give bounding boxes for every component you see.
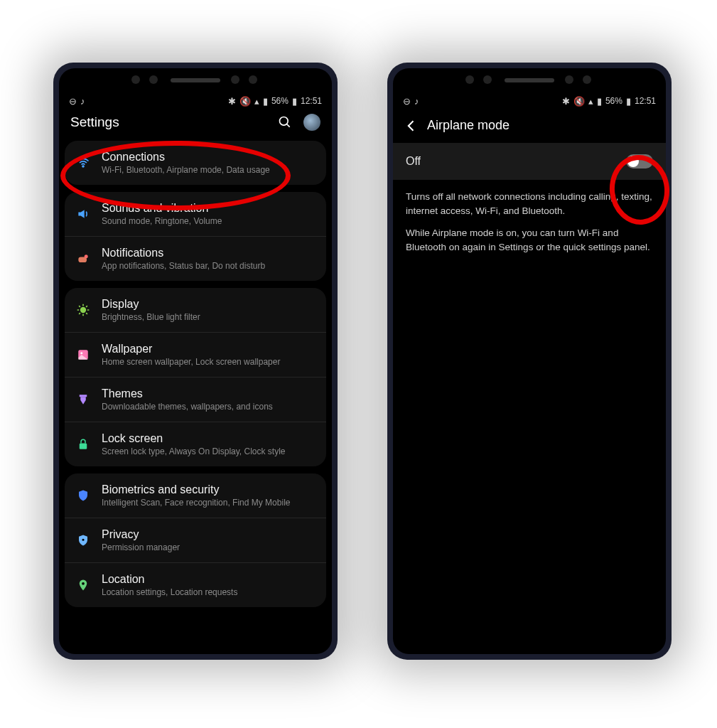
settings-item-label: Notifications [102, 247, 316, 259]
svg-rect-16 [80, 444, 87, 449]
clock-text: 12:51 [635, 96, 656, 106]
settings-header: Settings [59, 108, 332, 141]
settings-item-sub: App notifications, Status bar, Do not di… [102, 261, 316, 271]
clock-text: 12:51 [301, 96, 322, 106]
sensor [465, 75, 474, 84]
settings-item-label: Connections [102, 151, 316, 164]
toggle-state-label: Off [406, 155, 421, 168]
dnd-icon: ⊖ [69, 97, 77, 106]
wifi-icon: ▴ [588, 97, 593, 106]
settings-item-notifications[interactable]: NotificationsApp notifications, Status b… [65, 236, 326, 281]
sensor [149, 75, 158, 84]
notif-icon [75, 252, 92, 266]
wifi-icon: ▴ [254, 97, 259, 106]
mute-icon: 🔇 [573, 97, 585, 106]
settings-item-sub: Intelligent Scan, Face recognition, Find… [102, 498, 316, 508]
sound-icon [75, 207, 92, 221]
lock-icon [75, 438, 92, 451]
svg-point-5 [81, 308, 86, 313]
speaker-grill [171, 78, 220, 82]
search-icon[interactable] [278, 115, 292, 129]
settings-item-connections[interactable]: ConnectionsWi-Fi, Bluetooth, Airplane mo… [65, 141, 326, 185]
settings-item-themes[interactable]: ThemesDownloadable themes, wallpapers, a… [65, 377, 326, 422]
airplane-description-2: While Airplane mode is on, you can turn … [393, 226, 666, 262]
battery-text: 56% [605, 96, 622, 106]
settings-item-sub: Location settings, Location requests [102, 587, 316, 597]
settings-item-sub: Screen lock type, Always On Display, Clo… [102, 446, 316, 456]
sensor [483, 75, 492, 84]
page-title: Airplane mode [427, 118, 510, 133]
settings-item-sub: Downloadable themes, wallpapers, and ico… [102, 402, 316, 412]
pin-icon [75, 579, 92, 592]
dnd-icon: ⊖ [403, 97, 411, 106]
settings-item-sub: Wi-Fi, Bluetooth, Airplane mode, Data us… [102, 165, 316, 175]
settings-item-sub: Permission manager [102, 542, 316, 552]
settings-item-lock-screen[interactable]: Lock screenScreen lock type, Always On D… [65, 422, 326, 466]
svg-line-10 [79, 306, 80, 307]
sensor [249, 75, 257, 84]
airplane-toggle-row[interactable]: Off [393, 143, 666, 180]
sensor [583, 75, 591, 84]
settings-item-display[interactable]: DisplayBrightness, Blue light filter [65, 288, 326, 332]
mute-icon: 🔇 [239, 97, 251, 106]
phone-right: ⊖ ♪ ✱ 🔇 ▴ ▮ 56% ▮ 12:51 Airplane mode [387, 63, 672, 660]
airplane-toggle[interactable] [626, 154, 653, 168]
settings-item-sub: Sound mode, Ringtone, Volume [102, 216, 316, 226]
sensor [231, 75, 239, 84]
shield2-icon [75, 534, 92, 547]
settings-item-wallpaper[interactable]: WallpaperHome screen wallpaper, Lock scr… [65, 332, 326, 377]
display-icon [75, 303, 92, 317]
svg-point-15 [80, 352, 82, 354]
battery-icon: ▮ [626, 97, 631, 106]
status-bar: ⊖ ♪ ✱ 🔇 ▴ ▮ 56% ▮ 12:51 [393, 68, 666, 108]
toggle-knob [627, 156, 639, 167]
settings-item-sounds-and-vibration[interactable]: Sounds and vibrationSound mode, Ringtone… [65, 192, 326, 236]
signal-icon: ▮ [263, 97, 268, 106]
svg-point-18 [82, 582, 85, 585]
svg-line-1 [287, 124, 290, 127]
settings-item-label: Wallpaper [102, 343, 316, 355]
settings-item-label: Lock screen [102, 432, 316, 445]
page-title: Settings [70, 114, 119, 130]
signal-icon: ▮ [597, 97, 602, 106]
wifi-icon [75, 156, 92, 170]
speaker-grill [505, 78, 554, 82]
airplane-description-1: Turns off all network connections includ… [393, 190, 666, 226]
settings-item-location[interactable]: LocationLocation settings, Location requ… [65, 562, 326, 607]
phone-left: ⊖ ♪ ✱ 🔇 ▴ ▮ 56% ▮ 12:51 Settings [53, 63, 338, 660]
sensor [131, 75, 140, 84]
settings-item-label: Privacy [102, 528, 316, 541]
svg-line-12 [86, 306, 87, 307]
settings-group: ConnectionsWi-Fi, Bluetooth, Airplane mo… [65, 141, 326, 185]
battery-icon: ▮ [292, 97, 297, 106]
battery-text: 56% [271, 96, 289, 106]
status-bar: ⊖ ♪ ✱ 🔇 ▴ ▮ 56% ▮ 12:51 [59, 68, 332, 108]
settings-item-label: Display [102, 298, 316, 311]
bluetooth-icon: ✱ [228, 97, 236, 106]
shield-icon [75, 489, 92, 502]
settings-group: Sounds and vibrationSound mode, Ringtone… [65, 192, 326, 281]
svg-point-4 [85, 255, 88, 258]
wall-icon [75, 348, 92, 361]
svg-point-17 [82, 539, 85, 541]
settings-item-biometrics-and-security[interactable]: Biometrics and securityIntelligent Scan,… [65, 473, 326, 518]
svg-line-11 [86, 313, 87, 314]
settings-group: Biometrics and securityIntelligent Scan,… [65, 473, 326, 607]
svg-point-0 [280, 117, 289, 126]
svg-line-13 [79, 313, 80, 314]
music-icon: ♪ [414, 97, 419, 106]
settings-item-label: Location [102, 573, 316, 586]
settings-item-label: Themes [102, 387, 316, 400]
sensor [565, 75, 573, 84]
settings-item-label: Biometrics and security [102, 483, 316, 496]
settings-list[interactable]: ConnectionsWi-Fi, Bluetooth, Airplane mo… [59, 141, 332, 654]
settings-item-privacy[interactable]: PrivacyPermission manager [65, 518, 326, 562]
settings-item-label: Sounds and vibration [102, 202, 316, 215]
svg-point-2 [82, 166, 84, 167]
music-icon: ♪ [80, 97, 85, 106]
back-icon[interactable] [404, 119, 419, 133]
settings-item-sub: Brightness, Blue light filter [102, 312, 316, 322]
bluetooth-icon: ✱ [562, 97, 570, 106]
avatar[interactable] [303, 114, 320, 131]
settings-group: DisplayBrightness, Blue light filterWall… [65, 288, 326, 466]
